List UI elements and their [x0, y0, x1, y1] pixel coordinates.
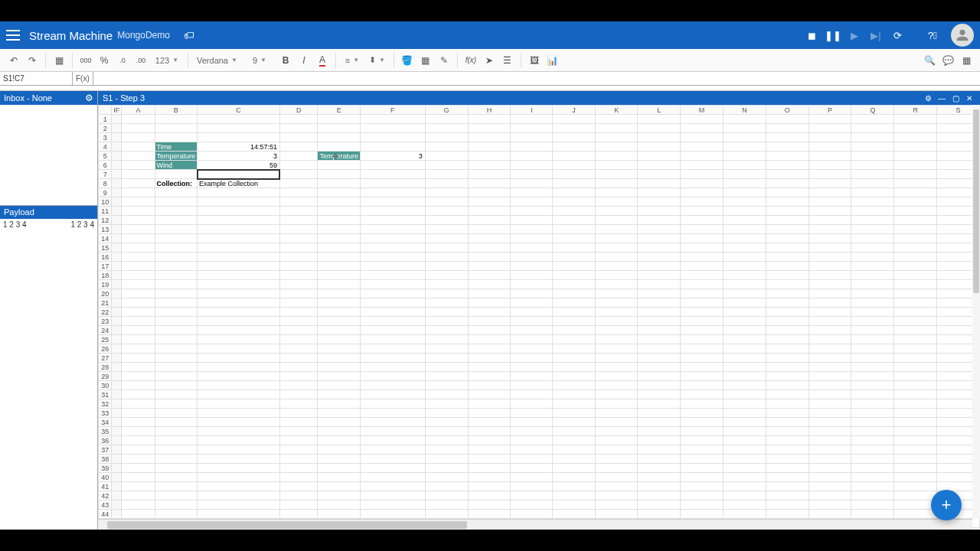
cell[interactable]	[318, 124, 361, 133]
cell[interactable]	[318, 161, 361, 170]
cell[interactable]	[638, 170, 680, 179]
cell[interactable]	[894, 207, 937, 216]
cell[interactable]	[198, 188, 280, 197]
cell[interactable]	[279, 262, 318, 271]
cell[interactable]	[468, 399, 511, 409]
cell[interactable]	[595, 308, 638, 317]
cell[interactable]	[894, 399, 937, 409]
cell[interactable]	[766, 390, 808, 399]
cell[interactable]	[155, 243, 198, 253]
cell[interactable]: 3	[198, 152, 280, 161]
cell[interactable]	[198, 491, 280, 500]
cell[interactable]	[425, 372, 468, 381]
cell[interactable]	[638, 298, 680, 308]
cell[interactable]	[595, 234, 638, 243]
cell[interactable]	[553, 188, 595, 197]
cell[interactable]	[198, 390, 280, 399]
cell[interactable]	[851, 399, 894, 409]
cell[interactable]	[808, 197, 851, 207]
cell[interactable]	[318, 399, 361, 409]
cell[interactable]	[680, 170, 723, 179]
cell[interactable]	[122, 354, 155, 363]
cell[interactable]	[638, 418, 680, 427]
cell[interactable]	[553, 390, 595, 399]
cell[interactable]	[808, 464, 851, 473]
cell[interactable]	[468, 170, 511, 179]
cell[interactable]	[894, 372, 937, 381]
cell[interactable]	[279, 363, 318, 372]
cell[interactable]	[468, 197, 511, 207]
cell[interactable]	[122, 124, 155, 133]
cell[interactable]	[318, 234, 361, 243]
cell[interactable]	[122, 197, 155, 207]
cell[interactable]	[360, 427, 425, 436]
cell[interactable]	[198, 399, 280, 409]
cell[interactable]	[553, 271, 595, 280]
cell[interactable]	[808, 225, 851, 234]
cell[interactable]	[155, 500, 198, 510]
cell[interactable]	[808, 289, 851, 298]
cell[interactable]	[766, 510, 808, 519]
cell[interactable]	[808, 399, 851, 409]
cell[interactable]	[155, 455, 198, 464]
row-header[interactable]: 3	[99, 133, 112, 142]
cell[interactable]	[766, 427, 808, 436]
cell[interactable]	[279, 234, 318, 243]
cell[interactable]	[553, 418, 595, 427]
cell[interactable]	[468, 317, 511, 326]
cell[interactable]	[425, 381, 468, 390]
row-header[interactable]: 8	[99, 179, 112, 188]
cell[interactable]	[511, 491, 553, 500]
cell[interactable]	[851, 482, 894, 491]
cell[interactable]	[553, 161, 595, 170]
cell[interactable]	[112, 500, 122, 510]
cell[interactable]	[638, 152, 680, 161]
cell[interactable]	[122, 161, 155, 170]
cell[interactable]	[595, 455, 638, 464]
cell[interactable]	[851, 372, 894, 381]
cell[interactable]	[851, 115, 894, 124]
cell[interactable]	[279, 179, 318, 188]
cell[interactable]	[680, 216, 723, 225]
cell[interactable]	[553, 152, 595, 161]
cell[interactable]	[425, 161, 468, 170]
cell[interactable]	[638, 491, 680, 500]
cell[interactable]	[808, 409, 851, 418]
row-header[interactable]: 34	[99, 418, 112, 427]
cell[interactable]	[894, 445, 937, 455]
cell[interactable]	[155, 216, 198, 225]
cell[interactable]	[553, 491, 595, 500]
cell[interactable]	[511, 372, 553, 381]
cell[interactable]	[468, 510, 511, 519]
cell[interactable]	[724, 418, 766, 427]
cell[interactable]	[808, 344, 851, 354]
cell[interactable]	[766, 207, 808, 216]
cell[interactable]	[595, 500, 638, 510]
cell[interactable]	[122, 464, 155, 473]
cell[interactable]	[724, 152, 766, 161]
cell[interactable]	[808, 482, 851, 491]
cell[interactable]	[808, 372, 851, 381]
cell[interactable]	[766, 216, 808, 225]
cell[interactable]	[198, 500, 280, 510]
cell[interactable]	[318, 179, 361, 188]
cell[interactable]	[724, 115, 766, 124]
cell[interactable]	[724, 179, 766, 188]
cell[interactable]	[279, 500, 318, 510]
cell[interactable]: Collection:	[155, 179, 198, 188]
cell[interactable]	[425, 317, 468, 326]
cell[interactable]	[680, 427, 723, 436]
cell[interactable]	[155, 344, 198, 354]
cell[interactable]	[724, 390, 766, 399]
cell[interactable]: 3	[360, 152, 425, 161]
cell[interactable]	[724, 317, 766, 326]
cell[interactable]	[724, 133, 766, 142]
cell[interactable]	[894, 491, 937, 500]
cell[interactable]	[360, 354, 425, 363]
cell[interactable]	[851, 500, 894, 510]
cell[interactable]	[680, 197, 723, 207]
cell[interactable]	[122, 170, 155, 179]
cell[interactable]	[425, 133, 468, 142]
cell[interactable]	[680, 335, 723, 344]
cell[interactable]	[894, 262, 937, 271]
